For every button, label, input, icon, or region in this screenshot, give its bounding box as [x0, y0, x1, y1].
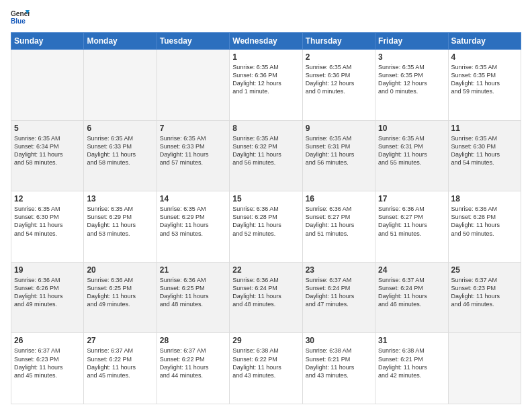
calendar-cell: 29Sunrise: 6:38 AM Sunset: 6:22 PM Dayli… — [230, 333, 302, 404]
header: General Blue — [11, 8, 521, 27]
calendar-cell: 3Sunrise: 6:35 AM Sunset: 6:35 PM Daylig… — [375, 50, 448, 121]
day-number: 10 — [378, 124, 445, 133]
day-number: 7 — [160, 124, 226, 133]
calendar-cell: 24Sunrise: 6:37 AM Sunset: 6:24 PM Dayli… — [375, 262, 448, 333]
week-row-2: 5Sunrise: 6:35 AM Sunset: 6:34 PM Daylig… — [11, 120, 521, 191]
day-number: 18 — [451, 194, 518, 203]
day-number: 21 — [160, 265, 226, 275]
calendar-cell: 9Sunrise: 6:35 AM Sunset: 6:31 PM Daylig… — [302, 120, 375, 191]
calendar-cell: 6Sunrise: 6:35 AM Sunset: 6:33 PM Daylig… — [84, 120, 157, 191]
day-number: 20 — [87, 265, 153, 275]
calendar-cell: 25Sunrise: 6:37 AM Sunset: 6:23 PM Dayli… — [448, 262, 521, 333]
calendar-cell: 13Sunrise: 6:35 AM Sunset: 6:29 PM Dayli… — [84, 191, 157, 263]
day-number: 28 — [160, 336, 226, 345]
day-info: Sunrise: 6:35 AM Sunset: 6:31 PM Dayligh… — [306, 134, 372, 167]
day-info: Sunrise: 6:37 AM Sunset: 6:23 PM Dayligh… — [14, 347, 81, 379]
day-number: 4 — [451, 52, 518, 62]
weekday-header-friday: Friday — [375, 33, 448, 50]
day-info: Sunrise: 6:35 AM Sunset: 6:30 PM Dayligh… — [451, 134, 518, 167]
weekday-header-saturday: Saturday — [448, 33, 521, 50]
calendar-cell: 7Sunrise: 6:35 AM Sunset: 6:33 PM Daylig… — [157, 120, 229, 191]
day-number: 25 — [451, 265, 518, 275]
day-info: Sunrise: 6:36 AM Sunset: 6:26 PM Dayligh… — [451, 205, 518, 238]
day-info: Sunrise: 6:38 AM Sunset: 6:22 PM Dayligh… — [232, 347, 299, 379]
calendar-cell: 12Sunrise: 6:35 AM Sunset: 6:30 PM Dayli… — [11, 191, 84, 263]
day-number: 8 — [232, 124, 299, 133]
day-number: 27 — [87, 336, 153, 345]
calendar-cell: 26Sunrise: 6:37 AM Sunset: 6:23 PM Dayli… — [11, 333, 84, 404]
calendar-cell — [157, 50, 229, 121]
calendar-cell: 8Sunrise: 6:35 AM Sunset: 6:32 PM Daylig… — [230, 120, 302, 191]
calendar-cell: 15Sunrise: 6:36 AM Sunset: 6:28 PM Dayli… — [230, 191, 302, 263]
day-number: 26 — [14, 336, 81, 345]
svg-text:Blue: Blue — [11, 17, 26, 25]
day-info: Sunrise: 6:38 AM Sunset: 6:21 PM Dayligh… — [378, 347, 445, 379]
week-row-3: 12Sunrise: 6:35 AM Sunset: 6:30 PM Dayli… — [11, 191, 521, 263]
calendar-cell: 30Sunrise: 6:38 AM Sunset: 6:21 PM Dayli… — [302, 333, 375, 404]
day-number: 11 — [451, 124, 518, 133]
day-number: 22 — [232, 265, 299, 275]
day-number: 16 — [306, 194, 372, 203]
day-number: 19 — [14, 265, 81, 275]
weekday-header-wednesday: Wednesday — [230, 33, 302, 50]
weekday-header-sunday: Sunday — [11, 33, 84, 50]
calendar-cell: 19Sunrise: 6:36 AM Sunset: 6:26 PM Dayli… — [11, 262, 84, 333]
day-info: Sunrise: 6:36 AM Sunset: 6:24 PM Dayligh… — [232, 276, 299, 309]
calendar-cell: 1Sunrise: 6:35 AM Sunset: 6:36 PM Daylig… — [230, 50, 302, 121]
calendar-cell: 28Sunrise: 6:37 AM Sunset: 6:22 PM Dayli… — [157, 333, 229, 404]
weekday-header-monday: Monday — [84, 33, 157, 50]
day-info: Sunrise: 6:37 AM Sunset: 6:23 PM Dayligh… — [451, 276, 518, 309]
day-number: 15 — [232, 194, 299, 203]
day-info: Sunrise: 6:36 AM Sunset: 6:27 PM Dayligh… — [306, 205, 372, 238]
week-row-4: 19Sunrise: 6:36 AM Sunset: 6:26 PM Dayli… — [11, 262, 521, 333]
day-info: Sunrise: 6:36 AM Sunset: 6:28 PM Dayligh… — [232, 205, 299, 238]
day-info: Sunrise: 6:35 AM Sunset: 6:29 PM Dayligh… — [87, 205, 153, 238]
day-number: 6 — [87, 124, 153, 133]
day-number: 9 — [306, 124, 372, 133]
calendar-cell: 4Sunrise: 6:35 AM Sunset: 6:35 PM Daylig… — [448, 50, 521, 121]
day-info: Sunrise: 6:36 AM Sunset: 6:25 PM Dayligh… — [87, 276, 153, 309]
calendar-cell — [11, 50, 84, 121]
week-row-1: 1Sunrise: 6:35 AM Sunset: 6:36 PM Daylig… — [11, 50, 521, 121]
day-number: 14 — [160, 194, 226, 203]
weekday-header-tuesday: Tuesday — [157, 33, 229, 50]
day-info: Sunrise: 6:35 AM Sunset: 6:30 PM Dayligh… — [14, 205, 81, 238]
calendar-cell: 10Sunrise: 6:35 AM Sunset: 6:31 PM Dayli… — [375, 120, 448, 191]
day-info: Sunrise: 6:35 AM Sunset: 6:35 PM Dayligh… — [378, 63, 445, 96]
logo-icon: General Blue — [11, 8, 30, 27]
day-info: Sunrise: 6:36 AM Sunset: 6:26 PM Dayligh… — [14, 276, 81, 309]
day-info: Sunrise: 6:35 AM Sunset: 6:33 PM Dayligh… — [87, 134, 153, 167]
day-number: 29 — [232, 336, 299, 345]
day-info: Sunrise: 6:35 AM Sunset: 6:29 PM Dayligh… — [160, 205, 226, 238]
calendar-cell: 16Sunrise: 6:36 AM Sunset: 6:27 PM Dayli… — [302, 191, 375, 263]
calendar-cell — [84, 50, 157, 121]
day-info: Sunrise: 6:35 AM Sunset: 6:31 PM Dayligh… — [378, 134, 445, 167]
calendar-cell: 31Sunrise: 6:38 AM Sunset: 6:21 PM Dayli… — [375, 333, 448, 404]
day-info: Sunrise: 6:38 AM Sunset: 6:21 PM Dayligh… — [306, 347, 372, 379]
day-number: 5 — [14, 124, 81, 133]
calendar-cell: 23Sunrise: 6:37 AM Sunset: 6:24 PM Dayli… — [302, 262, 375, 333]
day-info: Sunrise: 6:36 AM Sunset: 6:27 PM Dayligh… — [378, 205, 445, 238]
day-number: 13 — [87, 194, 153, 203]
calendar-cell: 14Sunrise: 6:35 AM Sunset: 6:29 PM Dayli… — [157, 191, 229, 263]
calendar-cell: 22Sunrise: 6:36 AM Sunset: 6:24 PM Dayli… — [230, 262, 302, 333]
day-number: 31 — [378, 336, 445, 345]
calendar-table: SundayMondayTuesdayWednesdayThursdayFrid… — [11, 32, 521, 404]
day-number: 23 — [306, 265, 372, 275]
day-number: 12 — [14, 194, 81, 203]
calendar-cell: 2Sunrise: 6:35 AM Sunset: 6:36 PM Daylig… — [302, 50, 375, 121]
day-info: Sunrise: 6:37 AM Sunset: 6:22 PM Dayligh… — [160, 347, 226, 379]
day-number: 17 — [378, 194, 445, 203]
day-number: 3 — [378, 52, 445, 62]
page: General Blue SundayMondayTuesdayWednesda… — [0, 0, 532, 411]
calendar-cell: 17Sunrise: 6:36 AM Sunset: 6:27 PM Dayli… — [375, 191, 448, 263]
day-info: Sunrise: 6:35 AM Sunset: 6:34 PM Dayligh… — [14, 134, 81, 167]
day-info: Sunrise: 6:35 AM Sunset: 6:33 PM Dayligh… — [160, 134, 226, 167]
week-row-5: 26Sunrise: 6:37 AM Sunset: 6:23 PM Dayli… — [11, 333, 521, 404]
calendar-cell — [448, 333, 521, 404]
calendar-cell: 21Sunrise: 6:36 AM Sunset: 6:25 PM Dayli… — [157, 262, 229, 333]
calendar-cell: 11Sunrise: 6:35 AM Sunset: 6:30 PM Dayli… — [448, 120, 521, 191]
logo: General Blue — [11, 8, 30, 27]
day-number: 1 — [232, 52, 299, 62]
day-number: 30 — [306, 336, 372, 345]
